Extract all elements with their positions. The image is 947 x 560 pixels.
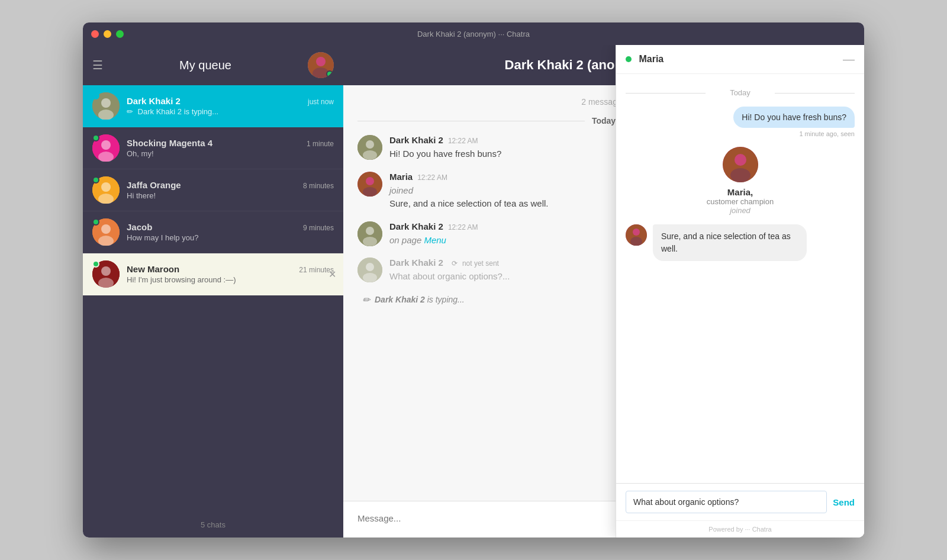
close-button[interactable]: [91, 30, 99, 38]
chat-time: 9 minutes: [303, 224, 334, 232]
widget-input-area: Send: [616, 483, 864, 520]
status-dot: [92, 92, 99, 99]
chat-list: Dark Khaki 2 just now ✏ Dark Khaki 2 is …: [83, 85, 343, 512]
minimize-button[interactable]: [104, 30, 111, 38]
delete-chat-button[interactable]: ✕: [328, 269, 336, 280]
chat-time: 1 minute: [307, 140, 334, 148]
message-time: 12:22 AM: [417, 173, 447, 182]
title-bar: Dark Khaki 2 (anonym) ··· Chatra: [83, 22, 864, 45]
widget-bubble-meta: 1 minute ago, seen: [733, 130, 855, 137]
chat-info: New Maroon 21 minutes Hi! I'm just brows…: [127, 264, 334, 284]
chat-top-row: Dark Khaki 2 just now: [127, 96, 334, 106]
chat-name: Shocking Magenta 4: [127, 138, 212, 148]
maximize-button[interactable]: [116, 30, 124, 38]
svg-point-16: [101, 266, 111, 276]
typing-pencil-icon: ✏: [362, 294, 370, 305]
svg-point-23: [363, 187, 377, 197]
message-sender: Maria: [389, 172, 413, 182]
svg-point-26: [363, 237, 377, 246]
chat-count-label: 5 chats: [201, 520, 226, 529]
chat-name: Dark Khaki 2: [127, 96, 181, 106]
widget-day-divider: Today: [626, 88, 855, 97]
message-time: 12:22 AM: [448, 137, 478, 145]
chat-avatar-new-maroon: [92, 260, 120, 288]
svg-point-19: [366, 140, 374, 149]
page-link[interactable]: Menu: [424, 235, 446, 245]
widget-messages[interactable]: Today Hi! Do you have fresh buns? 1 minu…: [616, 74, 864, 483]
widget-reply-bubble: Sure, and a nice selection of tea as wel…: [653, 224, 807, 261]
status-dot: [92, 218, 99, 226]
widget-input[interactable]: [626, 491, 827, 513]
widget-agent-name-text: Maria,: [727, 187, 753, 197]
message-time: 12:22 AM: [448, 223, 478, 231]
svg-point-32: [730, 168, 750, 182]
widget-reply-avatar: [626, 224, 647, 246]
chat-info: Dark Khaki 2 just now ✏ Dark Khaki 2 is …: [127, 96, 334, 116]
chat-item-new-maroon[interactable]: New Maroon 21 minutes Hi! I'm just brows…: [83, 253, 343, 295]
svg-point-34: [633, 228, 640, 236]
chat-avatar-dark-khaki-2: [92, 92, 120, 120]
chat-name: New Maroon: [127, 264, 179, 274]
svg-point-10: [101, 182, 111, 192]
message-avatar-dk: [357, 135, 382, 160]
svg-point-20: [363, 150, 377, 160]
svg-point-4: [101, 98, 111, 108]
sidebar-header: ☰ My queue: [83, 45, 343, 85]
sidebar-footer: 5 chats: [83, 512, 343, 538]
chat-preview: Oh, my!: [127, 149, 334, 158]
message-sender: Dark Khaki 2: [389, 221, 443, 231]
typing-pencil-icon: ✏: [127, 107, 133, 116]
svg-point-25: [366, 227, 374, 235]
widget-online-dot: [626, 56, 632, 62]
svg-point-13: [101, 224, 111, 234]
chat-preview: How may I help you?: [127, 233, 334, 242]
chat-avatar-shocking-magenta: [92, 134, 120, 162]
chat-item-shocking-magenta[interactable]: Shocking Magenta 4 1 minute Oh, my!: [83, 127, 343, 169]
message-avatar-dk-3: [357, 258, 382, 282]
status-dot: [92, 176, 99, 184]
agent-online-indicator: [326, 70, 333, 78]
hamburger-icon[interactable]: ☰: [92, 58, 103, 72]
status-dot: [92, 134, 99, 141]
chat-item-jacob[interactable]: Jacob 9 minutes How may I help you?: [83, 211, 343, 253]
message-sender: Dark Khaki 2: [389, 258, 443, 268]
chat-item-dark-khaki-2[interactable]: Dark Khaki 2 just now ✏ Dark Khaki 2 is …: [83, 85, 343, 127]
chat-info: Jacob 9 minutes How may I help you?: [127, 222, 334, 242]
app-window: Dark Khaki 2 (anonym) ··· Chatra ☰ My qu…: [83, 22, 864, 538]
widget-close-button[interactable]: —: [843, 53, 855, 65]
widget-agent-joined-text: joined: [730, 206, 750, 215]
chat-time: 8 minutes: [303, 182, 334, 190]
svg-point-29: [363, 273, 377, 282]
svg-point-7: [101, 140, 111, 150]
sidebar-title: My queue: [112, 59, 298, 72]
widget-agent-joined: Maria, customer champion joined: [626, 147, 855, 215]
chat-avatar-jacob: [92, 218, 120, 246]
widget-header: Maria —: [616, 45, 864, 74]
message-avatar-maria: [357, 172, 382, 197]
svg-point-22: [366, 177, 374, 185]
chat-top-row: New Maroon 21 minutes: [127, 264, 334, 274]
chat-item-jaffa-orange[interactable]: Jaffa Orange 8 minutes Hi there!: [83, 169, 343, 211]
widget-send-button[interactable]: Send: [833, 497, 855, 507]
chat-widget: Maria — Today Hi! Do you have fresh buns…: [616, 45, 864, 538]
chat-top-row: Jacob 9 minutes: [127, 222, 334, 232]
message-status: not yet sent: [462, 259, 499, 268]
message-sender: Dark Khaki 2: [389, 135, 443, 145]
widget-reply-row: Sure, and a nice selection of tea as wel…: [626, 224, 855, 261]
svg-point-31: [735, 154, 746, 166]
app-body: ☰ My queue: [83, 45, 864, 538]
chat-top-row: Jaffa Orange 8 minutes: [127, 180, 334, 190]
widget-agent-avatar: [723, 147, 758, 182]
chat-preview: Hi there!: [127, 191, 334, 200]
sidebar: ☰ My queue: [83, 45, 343, 538]
chat-preview: Hi! I'm just browsing around :—): [127, 275, 334, 284]
day-label: Today: [592, 116, 616, 125]
chat-info: Shocking Magenta 4 1 minute Oh, my!: [127, 138, 334, 158]
chat-avatar-jaffa-orange: [92, 176, 120, 204]
svg-point-28: [366, 263, 374, 271]
message-avatar-dk-2: [357, 221, 382, 246]
widget-bubble: Hi! Do you have fresh buns?: [733, 107, 855, 128]
chat-preview: ✏ Dark Khaki 2 is typing...: [127, 107, 334, 116]
typing-text: Dark Khaki 2 is typing...: [375, 295, 465, 304]
agent-avatar[interactable]: [308, 52, 334, 78]
